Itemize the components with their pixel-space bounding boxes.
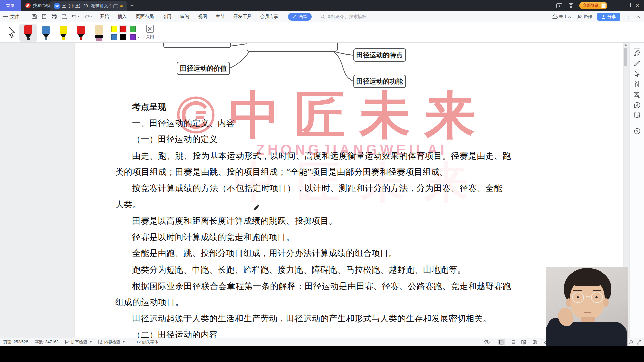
doc-paragraph: 径赛是以时间计算成绩的竞走和跑的项目。 bbox=[115, 229, 511, 246]
missing-font-button[interactable]: T? 缺失字体 bbox=[136, 339, 158, 345]
sidebar-drag-handle[interactable] bbox=[634, 47, 640, 47]
tab-reference[interactable]: 引用 bbox=[162, 14, 171, 20]
app-grid-icon[interactable] bbox=[569, 3, 573, 8]
select-cursor-icon[interactable] bbox=[630, 69, 644, 79]
print-preview-icon[interactable] bbox=[61, 14, 67, 19]
search-icon bbox=[320, 14, 325, 19]
color-swatch-red-selected[interactable] bbox=[120, 26, 126, 32]
color-swatch-yellow[interactable] bbox=[111, 26, 117, 32]
collaborate-button[interactable]: 协作 bbox=[577, 14, 592, 20]
tab-home[interactable]: 首页 bbox=[0, 0, 21, 11]
color-swatch-green[interactable] bbox=[130, 26, 136, 32]
yellow-highlighter-tool[interactable] bbox=[59, 26, 67, 40]
read-mode-button[interactable] bbox=[520, 339, 527, 345]
doc-paragraph: 由走、跑、跳、投为基本运动形式，以时间、高度和远度衡量运动效果的体育项目。径赛是… bbox=[115, 148, 511, 180]
brush-mode-button[interactable]: 画笔 bbox=[288, 13, 312, 21]
color-swatch-black[interactable] bbox=[120, 34, 126, 40]
correction-pen-tool[interactable] bbox=[95, 25, 103, 41]
scroll-up-icon[interactable] bbox=[624, 44, 627, 46]
mindmap-node-cut-left[interactable] bbox=[163, 43, 231, 48]
doc-paragraph: 考点呈现 bbox=[115, 99, 511, 115]
tab-insert[interactable]: 插入 bbox=[118, 14, 127, 20]
close-ink-toolbar-button[interactable]: 关闭 bbox=[142, 25, 158, 40]
eye-protect-icon[interactable] bbox=[483, 340, 490, 344]
adjust-sliders-icon[interactable] bbox=[630, 79, 644, 89]
print-icon[interactable] bbox=[51, 14, 57, 19]
dictionary-lookup-icon[interactable] bbox=[630, 110, 644, 120]
tab-start[interactable]: 开始 bbox=[100, 14, 109, 20]
document-title: 昱【中匠】20...础班讲义-体育 bbox=[62, 3, 111, 9]
doc-paragraph: 田径运动起源于人类的生活和生产劳动，田径运动的产生和形式与人类的生存和发展密切相… bbox=[115, 311, 511, 327]
content-check-button[interactable]: 内容检查 bbox=[98, 339, 125, 345]
tab-document[interactable]: W 昱【中匠】20...础班讲义-体育 bbox=[50, 1, 127, 11]
save-icon[interactable] bbox=[31, 14, 37, 19]
doc-paragraph: 一、田径运动的定义、内容 bbox=[115, 115, 511, 132]
tab-section[interactable]: 章节 bbox=[216, 14, 225, 20]
new-tab-button[interactable]: ＋ bbox=[129, 2, 135, 9]
mindmap-node-cut-center[interactable] bbox=[247, 43, 338, 52]
document-body-text[interactable]: 考点呈现 一、田径运动的定义、内容 （一）田径运动的定义 由走、跑、跳、投为基本… bbox=[115, 99, 511, 338]
wps-writer-icon: W bbox=[54, 3, 60, 9]
command-search[interactable]: 查找命令、搜索模板 bbox=[320, 14, 366, 20]
doc-check-icon bbox=[98, 340, 103, 344]
tab-review[interactable]: 审阅 bbox=[180, 14, 189, 20]
red-highlighter-tool[interactable] bbox=[77, 26, 85, 40]
mindmap-node-value[interactable]: 田径运动的价值 bbox=[177, 62, 230, 75]
red-pen-tool[interactable] bbox=[24, 25, 32, 40]
collapse-ribbon-icon[interactable] bbox=[636, 15, 641, 18]
unsaved-dot-icon bbox=[120, 5, 123, 7]
more-menu-icon[interactable]: ⋮ bbox=[626, 14, 631, 20]
tab-devtools[interactable]: 开发工具 bbox=[233, 14, 252, 20]
tab-view[interactable]: 视图 bbox=[198, 14, 207, 20]
page-indicator[interactable]: 页面: 252/526 bbox=[3, 339, 28, 345]
screen-share-icon[interactable] bbox=[113, 4, 118, 8]
zoom-in-icon[interactable] bbox=[629, 340, 633, 344]
doc-paragraph: （二）田径运动的内容 bbox=[115, 327, 511, 338]
share-button[interactable]: 分享 bbox=[597, 13, 620, 21]
help-icon[interactable]: ? bbox=[630, 126, 644, 136]
color-swatch-blue[interactable] bbox=[111, 34, 117, 40]
document-page[interactable]: 田径运动的价值 田径运动的特点 田径运动的功能 中匠未来 ZHONGJIANGW… bbox=[75, 43, 623, 338]
page-view-button[interactable] bbox=[498, 339, 505, 345]
close-icon bbox=[146, 25, 154, 33]
undo-icon bbox=[71, 14, 77, 19]
minimize-button[interactable]: — bbox=[613, 3, 618, 8]
login-button[interactable]: 立即登录 bbox=[579, 2, 607, 9]
file-menu[interactable]: 文件 bbox=[3, 14, 23, 20]
translate-card-icon[interactable] bbox=[630, 89, 644, 100]
undo-button[interactable] bbox=[71, 14, 80, 19]
window-switch-icon[interactable]: 1 bbox=[556, 3, 562, 8]
cloud-status[interactable]: 未上云 bbox=[552, 14, 572, 20]
doc-paragraph: 根据国际业余田径联合会章程第一条的解释：田径运动是由田赛、径赛、公路赛跑、竞走和… bbox=[115, 278, 511, 311]
word-count[interactable]: 字数: 347162 bbox=[35, 339, 59, 345]
redo-icon bbox=[84, 14, 90, 19]
tab-layout[interactable]: 页面布局 bbox=[136, 14, 154, 20]
color-swatch-purple[interactable] bbox=[130, 34, 136, 40]
outline-view-button[interactable] bbox=[509, 339, 516, 345]
missing-font-icon: T? bbox=[136, 340, 141, 344]
document-canvas[interactable]: 田径运动的价值 田径运动的特点 田径运动的功能 中匠未来 ZHONGJIANGW… bbox=[0, 43, 629, 338]
export-icon[interactable] bbox=[41, 14, 47, 19]
redo-button[interactable] bbox=[84, 14, 93, 19]
fullscreen-icon[interactable] bbox=[637, 340, 641, 345]
web-view-button[interactable] bbox=[531, 339, 538, 345]
brush-icon bbox=[292, 14, 297, 19]
quick-tools-rocket-icon[interactable] bbox=[630, 48, 644, 58]
tab-membership[interactable]: 会员专享 bbox=[260, 14, 278, 20]
scrollbar-thumb[interactable] bbox=[624, 48, 627, 66]
docer-logo-icon bbox=[25, 3, 31, 8]
doc-paragraph: 按竞赛计算成绩的方法（不包括定时项目），以计时、测距和计分的方法，分为田赛、径赛… bbox=[115, 180, 511, 213]
more-colors-caret-icon[interactable] bbox=[138, 37, 140, 38]
spell-check-toggle[interactable]: 拼写检查 bbox=[65, 339, 92, 345]
ink-toolbar: 关闭 bbox=[0, 22, 644, 43]
blue-pen-tool[interactable] bbox=[42, 26, 50, 40]
cursor-tool-icon[interactable] bbox=[7, 26, 17, 38]
mindmap-node-feature[interactable]: 田径运动的特点 bbox=[353, 48, 406, 62]
mindmap-node-function[interactable]: 田径运动的功能 bbox=[353, 75, 406, 88]
menu-bar: 文件 开始 插入 页面布局 引用 审阅 视图 章节 开发工具 会员专享 画笔 bbox=[0, 11, 644, 22]
smart-assist-flash-icon[interactable] bbox=[630, 100, 644, 110]
close-button[interactable]: ✕ bbox=[635, 3, 639, 8]
annotate-pen-icon[interactable] bbox=[630, 58, 644, 68]
restore-button[interactable] bbox=[626, 4, 629, 7]
doc-paragraph: （一）田径运动的定义 bbox=[115, 131, 511, 148]
